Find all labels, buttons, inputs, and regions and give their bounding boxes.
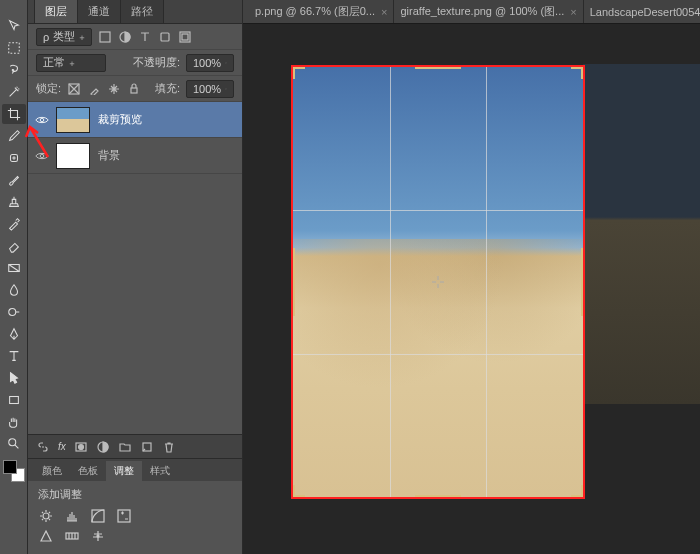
blur-tool[interactable] — [2, 280, 26, 300]
svg-rect-12 — [131, 88, 137, 93]
adjustment-icon[interactable] — [96, 440, 110, 454]
tab-styles[interactable]: 样式 — [142, 461, 178, 481]
dodge-tool[interactable] — [2, 302, 26, 322]
mask-icon[interactable] — [74, 440, 88, 454]
crop-tool[interactable] — [2, 104, 26, 124]
hue-icon[interactable] — [64, 528, 80, 544]
adjustments-tabs: 颜色 色板 调整 样式 — [28, 459, 242, 481]
svg-point-3 — [8, 309, 15, 316]
panel-tabs: 图层 通道 路径 — [28, 0, 242, 24]
fill-value: 100% — [193, 83, 221, 95]
svg-point-16 — [78, 444, 83, 449]
color-swatch[interactable] — [3, 460, 25, 482]
filter-type-select[interactable]: ρ 类型 — [36, 28, 92, 46]
eyedropper-tool[interactable] — [2, 126, 26, 146]
visibility-toggle[interactable] — [28, 151, 56, 161]
doc-tab-label: p.png @ 66.7% (图层0... — [255, 4, 375, 19]
fill-input[interactable]: 100% — [186, 80, 234, 98]
type-filter-icon[interactable] — [138, 30, 152, 44]
blend-mode-select[interactable]: 正常 — [36, 54, 106, 72]
adjustment-filter-icon[interactable] — [118, 30, 132, 44]
image-filter-icon[interactable] — [98, 30, 112, 44]
doc-tab-2[interactable]: LandscapeDesert0054 — [584, 0, 700, 23]
layers-list: 裁剪预览 背景 — [28, 102, 242, 434]
zoom-tool[interactable] — [2, 434, 26, 454]
document-tabs: p.png @ 66.7% (图层0... × giraffe_texture.… — [243, 0, 700, 24]
adjustments-title: 添加调整 — [38, 487, 232, 502]
doc-tab-1[interactable]: giraffe_texture.png @ 100% (图... × — [394, 0, 583, 23]
brightness-icon[interactable] — [38, 508, 54, 524]
lock-image-icon[interactable] — [87, 82, 101, 96]
doc-tab-label: LandscapeDesert0054 — [590, 6, 700, 18]
svg-rect-4 — [9, 397, 18, 404]
tab-swatches[interactable]: 色板 — [70, 461, 106, 481]
visibility-toggle[interactable] — [28, 115, 56, 125]
levels-icon[interactable] — [64, 508, 80, 524]
gradient-tool[interactable] — [2, 258, 26, 278]
foreground-color[interactable] — [3, 460, 17, 474]
tab-adjustments[interactable]: 调整 — [106, 461, 142, 481]
layer-name: 背景 — [98, 148, 120, 163]
layer-filter-row: ρ 类型 — [28, 24, 242, 50]
link-icon[interactable] — [36, 440, 50, 454]
eraser-tool[interactable] — [2, 236, 26, 256]
svg-point-13 — [40, 118, 44, 122]
marquee-tool[interactable] — [2, 38, 26, 58]
brush-tool[interactable] — [2, 170, 26, 190]
doc-tab-0[interactable]: p.png @ 66.7% (图层0... × — [249, 0, 394, 23]
close-icon[interactable]: × — [381, 6, 387, 18]
path-select-tool[interactable] — [2, 368, 26, 388]
hand-tool[interactable] — [2, 412, 26, 432]
smart-filter-icon[interactable] — [178, 30, 192, 44]
tab-channels[interactable]: 通道 — [77, 0, 121, 23]
lock-transparency-icon[interactable] — [67, 82, 81, 96]
svg-point-5 — [8, 439, 15, 446]
tools-toolbar — [0, 0, 28, 554]
layer-thumbnail[interactable] — [56, 107, 90, 133]
exposure-icon[interactable] — [116, 508, 132, 524]
color-balance-icon[interactable] — [90, 528, 106, 544]
curves-icon[interactable] — [90, 508, 106, 524]
doc-tab-label: giraffe_texture.png @ 100% (图... — [400, 4, 564, 19]
layer-crop-preview[interactable]: 裁剪预览 — [28, 102, 242, 138]
svg-rect-6 — [100, 32, 110, 42]
history-brush-tool[interactable] — [2, 214, 26, 234]
group-icon[interactable] — [118, 440, 132, 454]
filter-type-label: 类型 — [53, 29, 75, 44]
close-icon[interactable]: × — [570, 6, 576, 18]
shape-filter-icon[interactable] — [158, 30, 172, 44]
svg-rect-0 — [8, 43, 19, 54]
crop-center-icon — [432, 276, 444, 288]
tab-color[interactable]: 颜色 — [34, 461, 70, 481]
magic-wand-tool[interactable] — [2, 82, 26, 102]
opacity-input[interactable]: 100% — [186, 54, 234, 72]
fx-icon[interactable]: fx — [58, 441, 66, 452]
rectangle-tool[interactable] — [2, 390, 26, 410]
document-area: p.png @ 66.7% (图层0... × giraffe_texture.… — [243, 0, 700, 554]
move-tool[interactable] — [2, 16, 26, 36]
type-tool[interactable] — [2, 346, 26, 366]
svg-rect-10 — [182, 34, 188, 40]
svg-rect-8 — [161, 33, 169, 41]
lock-all-icon[interactable] — [127, 82, 141, 96]
svg-point-14 — [40, 154, 44, 158]
new-icon[interactable] — [140, 440, 154, 454]
crop-region[interactable] — [293, 67, 583, 497]
blend-mode-value: 正常 — [43, 55, 65, 70]
clone-stamp-tool[interactable] — [2, 192, 26, 212]
layer-background[interactable]: 背景 — [28, 138, 242, 174]
pen-tool[interactable] — [2, 324, 26, 344]
adjustments-panel: 颜色 色板 调整 样式 添加调整 — [28, 458, 242, 554]
lasso-tool[interactable] — [2, 60, 26, 80]
svg-rect-21 — [118, 510, 130, 522]
canvas[interactable] — [243, 24, 700, 554]
lock-position-icon[interactable] — [107, 82, 121, 96]
layer-thumbnail[interactable] — [56, 143, 90, 169]
lock-fill-row: 锁定: 填充: 100% — [28, 76, 242, 102]
trash-icon[interactable] — [162, 440, 176, 454]
vibrance-icon[interactable] — [38, 528, 54, 544]
tab-paths[interactable]: 路径 — [120, 0, 164, 23]
tab-layers[interactable]: 图层 — [34, 0, 78, 23]
fill-label: 填充: — [155, 81, 180, 96]
spot-heal-tool[interactable] — [2, 148, 26, 168]
